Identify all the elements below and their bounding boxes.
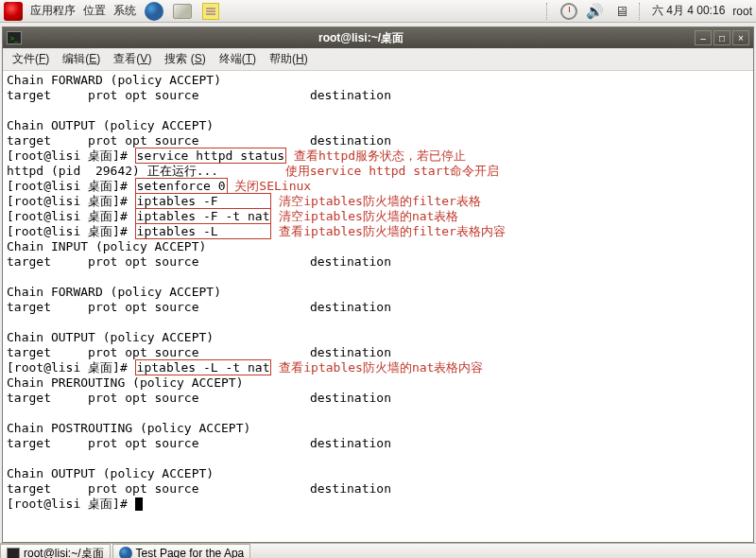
close-button[interactable]: × xyxy=(732,30,749,45)
taskbar-item-terminal[interactable]: root@lisi:~/桌面 xyxy=(0,544,111,558)
menu-edit[interactable]: 编辑(E) xyxy=(57,49,106,69)
terminal-menubar: 文件(F) 编辑(E) 查看(V) 搜索 (S) 终端(T) 帮助(H) xyxy=(3,48,753,71)
cmd-setenforce: setenforce 0 xyxy=(135,178,228,194)
network-icon[interactable]: 🖥 xyxy=(612,2,631,21)
cmd-iptables-f: iptables -F xyxy=(135,193,272,209)
terminal-output[interactable]: Chain FORWARD (policy ACCEPT) target pro… xyxy=(3,71,753,542)
mail-launcher-icon[interactable] xyxy=(172,1,193,22)
terminal-window: >_ root@lisi:~/桌面 – □ × 文件(F) 编辑(E) 查看(V… xyxy=(2,26,754,543)
cmd-service-httpd-status: service httpd status xyxy=(135,148,287,164)
terminal-title-icon: >_ xyxy=(7,31,22,44)
firefox-launcher-icon[interactable] xyxy=(144,1,164,22)
distro-icon[interactable] xyxy=(4,2,23,21)
menu-places[interactable]: 位置 xyxy=(83,3,106,19)
menu-system[interactable]: 系统 xyxy=(113,3,136,19)
terminal-task-icon xyxy=(7,548,20,558)
annotation-flush-nat: 清空iptables防火墙的nat表格 xyxy=(279,209,458,223)
menu-help[interactable]: 帮助(H) xyxy=(264,49,314,69)
menu-search[interactable]: 搜索 (S) xyxy=(159,49,211,69)
panel-divider-2 xyxy=(639,3,644,20)
annotation-selinux: 关闭SELinux xyxy=(234,179,311,193)
cpu-monitor-icon[interactable] xyxy=(559,2,578,21)
panel-left-group: 应用程序 位置 系统 xyxy=(4,1,221,22)
gnome-bottom-panel: root@lisi:~/桌面 Test Page for the Apa xyxy=(0,543,756,558)
menu-view[interactable]: 查看(V) xyxy=(108,49,157,69)
firefox-task-icon xyxy=(119,547,132,558)
annotation-flush-filter: 清空iptables防火墙的filter表格 xyxy=(279,194,481,208)
annotation-httpd-start: 使用service httpd start命令开启 xyxy=(285,164,500,178)
annotation-list-nat: 查看iptables防火墙的nat表格内容 xyxy=(279,360,483,375)
panel-divider xyxy=(546,3,552,20)
gnome-top-panel: 应用程序 位置 系统 🔊 🖥 六 4月 4 00:16 root xyxy=(0,0,756,23)
maximize-button[interactable]: □ xyxy=(713,30,730,45)
terminal-cursor xyxy=(135,497,143,511)
window-title: root@lisi:~/桌面 xyxy=(27,30,695,46)
menu-file[interactable]: 文件(F) xyxy=(7,49,55,69)
annotation-httpd-status: 查看httpd服务状态，若已停止 xyxy=(294,148,466,163)
cmd-iptables-f-nat: iptables -F -t nat xyxy=(135,208,272,224)
cmd-iptables-l-nat: iptables -L -t nat xyxy=(135,359,272,375)
taskbar-item-firefox[interactable]: Test Page for the Apa xyxy=(112,544,251,558)
taskbar-label: root@lisi:~/桌面 xyxy=(24,546,104,559)
volume-icon[interactable]: 🔊 xyxy=(586,2,605,21)
annotation-list-filter: 查看iptables防火墙的filter表格内容 xyxy=(279,224,506,238)
notes-launcher-icon[interactable] xyxy=(200,1,221,22)
minimize-button[interactable]: – xyxy=(695,30,712,45)
taskbar-label: Test Page for the Apa xyxy=(136,547,245,558)
window-titlebar[interactable]: >_ root@lisi:~/桌面 – □ × xyxy=(3,27,753,48)
panel-right-group: 🔊 🖥 六 4月 4 00:16 root xyxy=(546,2,752,21)
clock-text[interactable]: 六 4月 4 00:16 xyxy=(652,3,725,19)
user-label[interactable]: root xyxy=(732,5,752,18)
cmd-iptables-l: iptables -L xyxy=(135,223,272,239)
menu-applications[interactable]: 应用程序 xyxy=(30,3,76,19)
menu-terminal[interactable]: 终端(T) xyxy=(214,49,262,69)
window-controls: – □ × xyxy=(695,30,749,45)
